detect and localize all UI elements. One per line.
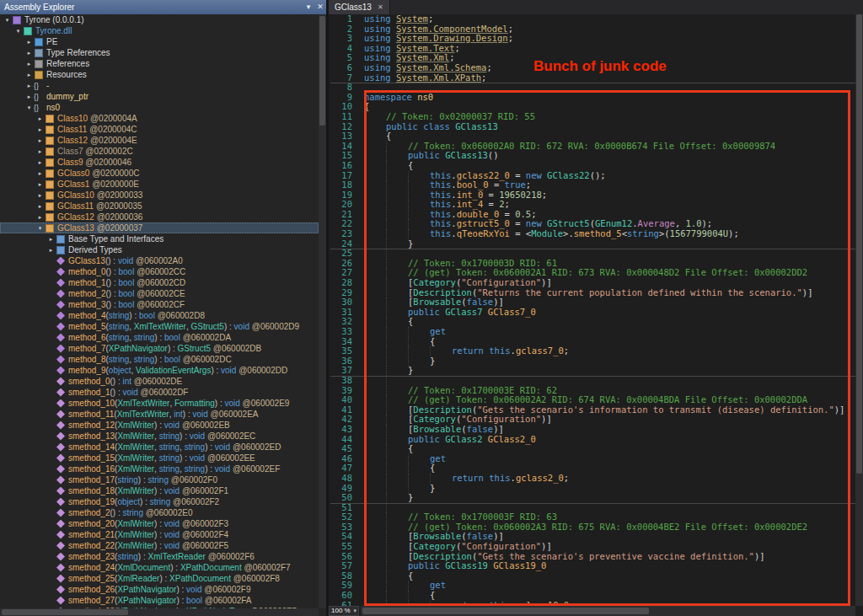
line-number[interactable]: 43	[330, 425, 352, 435]
tree-row[interactable]: method_7(XPathNavigator) : GStruct5 @060…	[0, 343, 319, 354]
tree-row[interactable]: smethod_11(XmlTextWriter, int) : void @0…	[0, 409, 319, 420]
tree-row[interactable]: ▸References	[0, 58, 319, 69]
tree-row[interactable]: smethod_22(XmlWriter) : void @060002F5	[0, 540, 319, 551]
tree-row[interactable]: ▸Class9 @02000046	[0, 157, 319, 168]
window-menu-icon[interactable]: ▾	[303, 0, 314, 14]
code-horizontal-scrollbar[interactable]	[361, 606, 855, 616]
tree-horizontal-scrollbar[interactable]	[0, 608, 319, 616]
line-number[interactable]: 48	[330, 474, 352, 484]
expand-arrow-icon[interactable]: ▸	[24, 69, 34, 80]
tree-row[interactable]: ▸Class10 @0200004A	[0, 113, 319, 124]
line-number[interactable]: 28	[330, 278, 352, 288]
tree-vertical-scrollbar[interactable]	[319, 14, 326, 608]
collapse-arrow-icon[interactable]: ▾	[35, 222, 45, 233]
expand-arrow-icon[interactable]: ▸	[35, 168, 45, 179]
line-number[interactable]: 16	[330, 161, 352, 171]
expand-arrow-icon[interactable]: ▸	[24, 47, 34, 58]
tree-row[interactable]: ▸Resources	[0, 69, 319, 80]
expand-arrow-icon[interactable]: ▸	[24, 80, 34, 91]
tree-row[interactable]: smethod_0() : int @060002DE	[0, 376, 319, 387]
tree-row[interactable]: ▾ns0	[0, 102, 319, 113]
tree-row[interactable]: smethod_2() : string @060002E0	[0, 507, 319, 518]
assembly-tree[interactable]: ▾Tyrone (0.0.0.1)▾Tyrone.dll▸PE▸Type Ref…	[0, 14, 319, 608]
tree-row[interactable]: method_9(object, ValidationEventArgs) : …	[0, 365, 319, 376]
tree-row[interactable]: ▾Tyrone.dll	[0, 25, 319, 36]
line-number[interactable]: 55	[330, 542, 352, 552]
line-number[interactable]: 23	[330, 229, 352, 239]
tree-row[interactable]: ▸Class7 @0200002C	[0, 146, 319, 157]
line-number[interactable]: 38	[330, 376, 352, 386]
expand-arrow-icon[interactable]: ▸	[35, 201, 45, 212]
scrollbar-thumb[interactable]	[319, 16, 325, 126]
tree-row[interactable]: smethod_27(XPathNavigator) : bool @06000…	[0, 595, 319, 606]
expand-arrow-icon[interactable]: ▸	[35, 179, 45, 190]
expand-arrow-icon[interactable]: ▸	[35, 135, 45, 146]
tree-row[interactable]: ▸Type References	[0, 47, 319, 58]
tree-row[interactable]: smethod_20(XmlWriter) : void @060002F3	[0, 518, 319, 529]
line-number[interactable]: 45	[330, 444, 352, 454]
tree-row[interactable]: ▸GClass12 @02000036	[0, 212, 319, 222]
tree-row[interactable]: method_2() : bool @060002CE	[0, 288, 319, 299]
expand-arrow-icon[interactable]: ▸	[46, 244, 56, 255]
line-number[interactable]: 18	[330, 180, 352, 190]
expand-arrow-icon[interactable]: ▸	[24, 91, 34, 102]
expand-arrow-icon[interactable]: ▸	[35, 124, 45, 135]
tree-row[interactable]: method_6(string, string) : bool @060002D…	[0, 332, 319, 343]
tree-row[interactable]: smethod_1() : void @060002DF	[0, 387, 319, 398]
expand-arrow-icon[interactable]: ▸	[46, 233, 56, 244]
tree-row[interactable]: smethod_17(string) : string @060002F0	[0, 474, 319, 485]
tree-row[interactable]: method_3() : bool @060002CF	[0, 299, 319, 310]
tree-row[interactable]: smethod_26(XPathNavigator) : void @06000…	[0, 584, 319, 595]
collapse-arrow-icon[interactable]: ▾	[3, 14, 12, 25]
tree-row[interactable]: smethod_10(XmlTextWriter, Formatting) : …	[0, 398, 319, 409]
tree-row[interactable]: ▸GClass10 @02000033	[0, 190, 319, 201]
scrollbar-thumb[interactable]	[856, 14, 862, 474]
tab-close-icon[interactable]: ✕	[378, 0, 383, 14]
expand-arrow-icon[interactable]: ▸	[24, 58, 34, 69]
tab-gclass13[interactable]: GClass13 ✕	[329, 0, 390, 14]
tree-row[interactable]: smethod_13(XmlWriter, string) : void @06…	[0, 431, 319, 442]
tree-row[interactable]: ▸dummy_ptr	[0, 91, 319, 102]
tree-row[interactable]: method_1() : bool @060002CD	[0, 277, 319, 288]
tree-row[interactable]: smethod_12(XmlWriter) : void @060002EB	[0, 420, 319, 431]
scrollbar-thumb[interactable]	[362, 608, 649, 614]
expand-arrow-icon[interactable]: ▸	[35, 212, 45, 222]
tree-row[interactable]: ▸Class12 @0200004E	[0, 135, 319, 146]
tree-row[interactable]: GClass13() : void @060002A0	[0, 255, 319, 266]
line-number[interactable]: 40	[330, 395, 352, 405]
line-number[interactable]: 11	[330, 112, 352, 122]
close-icon[interactable]: ✕	[314, 0, 326, 14]
tree-row[interactable]: smethod_23(string) : XmlTextReader @0600…	[0, 551, 319, 562]
tree-row[interactable]: smethod_21(XmlWriter) : void @060002F4	[0, 529, 319, 540]
collapse-arrow-icon[interactable]: ▾	[24, 102, 34, 113]
line-number[interactable]: 13	[330, 131, 352, 142]
tree-row[interactable]: ▸GClass0 @0200000C	[0, 168, 319, 179]
code-area[interactable]: 1using System;2using System.ComponentMod…	[329, 14, 855, 606]
expand-arrow-icon[interactable]: ▸	[35, 157, 45, 168]
collapse-arrow-icon[interactable]: ▾	[13, 25, 23, 36]
tree-row[interactable]: method_0() : bool @060002CC	[0, 266, 319, 277]
line-number[interactable]: 60	[330, 591, 352, 601]
tree-row[interactable]: smethod_19(object) : string @060002F2	[0, 496, 319, 507]
tree-row[interactable]: ▸GClass1 @0200000E	[0, 179, 319, 190]
expand-arrow-icon[interactable]: ▸	[24, 36, 34, 47]
line-number[interactable]: 8	[330, 83, 352, 93]
tree-row[interactable]: smethod_16(XmlWriter, string, string) : …	[0, 463, 319, 474]
tree-row[interactable]: ▾GClass13 @02000037	[0, 222, 319, 233]
tree-row[interactable]: ▸GClass11 @02000035	[0, 201, 319, 212]
tree-row[interactable]: method_4(string) : bool @060002D8	[0, 310, 319, 321]
tree-row[interactable]: ▸Derived Types	[0, 244, 319, 255]
tree-row[interactable]: smethod_25(XmlReader) : XPathDocument @0…	[0, 573, 319, 584]
tree-row[interactable]: ▸PE	[0, 36, 319, 47]
tree-row[interactable]: ▸-	[0, 80, 319, 91]
scrollbar-thumb[interactable]	[2, 609, 128, 615]
tree-row[interactable]: method_5(string, XmlTextWriter, GStruct5…	[0, 321, 319, 332]
tree-row[interactable]: ▾Tyrone (0.0.0.1)	[0, 14, 319, 25]
line-number[interactable]: 6	[330, 63, 352, 73]
tree-row[interactable]: method_8(string, string) : bool @060002D…	[0, 354, 319, 365]
tree-row[interactable]: ▸Class11 @0200004C	[0, 124, 319, 135]
expand-arrow-icon[interactable]: ▸	[35, 190, 45, 201]
expand-arrow-icon[interactable]: ▸	[35, 113, 45, 124]
line-number[interactable]: 1	[330, 14, 352, 24]
tree-row[interactable]: ▸Base Type and Interfaces	[0, 233, 319, 244]
